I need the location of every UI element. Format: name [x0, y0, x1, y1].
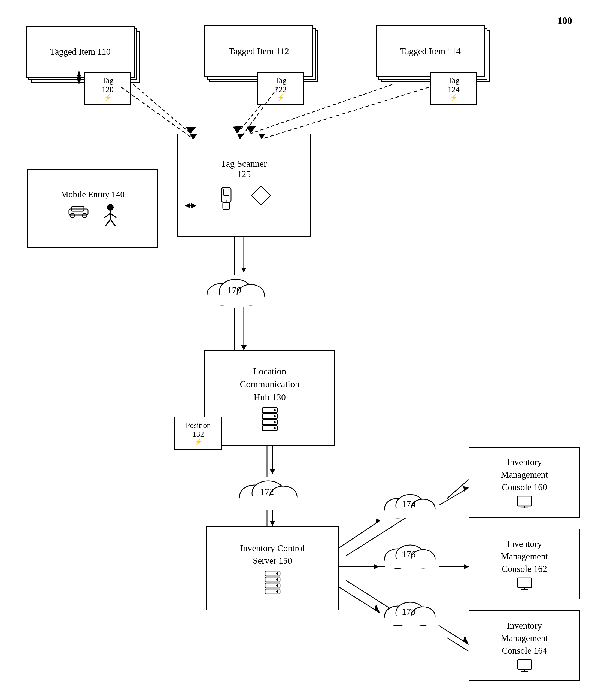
position-132: Position 132 ⚡	[174, 417, 222, 450]
svg-line-90	[121, 87, 193, 139]
rfid-icon	[250, 185, 272, 207]
tag-122-label: Tag	[275, 76, 286, 85]
svg-rect-40	[207, 295, 264, 305]
console-160: InventoryManagementConsole 160	[469, 447, 580, 518]
console-162-label: InventoryManagementConsole 162	[501, 537, 548, 575]
tag-124-label: Tag	[448, 76, 459, 85]
person-icon	[102, 204, 119, 228]
tag-120-num: 120	[102, 85, 114, 94]
svg-marker-112	[374, 564, 379, 570]
mobile-entity: Mobile Entity 140	[27, 169, 158, 248]
svg-point-61	[276, 591, 278, 593]
diagram: 100 Tagged Item 110 Tag 120 ⚡ Tagged Ite…	[0, 0, 613, 700]
cloud-174-label: 174	[402, 499, 416, 509]
svg-rect-34	[223, 203, 230, 209]
svg-line-0	[133, 85, 191, 133]
console-160-label: InventoryManagementConsole 160	[501, 456, 548, 494]
svg-point-47	[274, 415, 276, 417]
ref-number: 100	[558, 15, 572, 26]
svg-marker-102	[241, 345, 247, 350]
tag-122-num: 122	[275, 85, 287, 94]
mobile-entity-label: Mobile Entity 140	[61, 189, 125, 200]
svg-line-17	[447, 480, 469, 498]
svg-line-29	[110, 213, 116, 218]
cloud-172: 172	[233, 474, 301, 509]
svg-point-60	[276, 584, 278, 587]
svg-rect-80	[518, 660, 532, 670]
svg-rect-33	[224, 189, 229, 196]
svg-marker-3	[185, 127, 196, 133]
cloud-176: 176	[379, 538, 439, 571]
svg-rect-65	[385, 508, 435, 518]
svg-line-31	[110, 219, 115, 226]
svg-point-24	[70, 213, 74, 218]
tagged-item-112-label: Tagged Item 112	[229, 46, 289, 57]
tag-120-label: Tag	[102, 76, 113, 85]
svg-rect-53	[240, 496, 297, 507]
svg-line-107	[339, 520, 380, 548]
svg-line-28	[104, 213, 110, 218]
console-164: InventoryManagementConsole 164	[469, 610, 580, 681]
svg-point-58	[276, 572, 278, 575]
svg-marker-36	[251, 186, 271, 205]
position-num: 132	[193, 430, 204, 438]
monitor-icon-162	[517, 578, 532, 591]
svg-marker-114	[464, 564, 469, 570]
tagged-item-110-label: Tagged Item 110	[50, 46, 110, 58]
svg-rect-69	[385, 559, 435, 568]
server-icon	[260, 406, 280, 431]
inventory-server-label: Inventory ControlServer 150	[240, 542, 304, 567]
cloud-170-label: 170	[227, 285, 242, 295]
svg-marker-100	[241, 268, 247, 272]
svg-marker-5	[247, 126, 256, 133]
svg-marker-4	[233, 126, 243, 133]
cloud-174: 174	[379, 488, 439, 520]
car-icon	[66, 204, 91, 219]
svg-line-21	[447, 638, 469, 651]
tag-scanner: Tag Scanner 125	[177, 133, 311, 237]
svg-rect-74	[518, 496, 532, 506]
svg-marker-118	[463, 635, 469, 645]
scanner-icon	[216, 185, 236, 212]
svg-rect-73	[385, 616, 435, 625]
console-162: InventoryManagementConsole 162	[469, 529, 580, 599]
location-hub-label: LocationCommunicationHub 130	[240, 365, 299, 404]
console-164-label: InventoryManagementConsole 164	[501, 619, 548, 657]
svg-point-49	[274, 427, 276, 429]
server-icon-2	[262, 570, 283, 594]
svg-point-46	[274, 409, 276, 411]
location-hub: LocationCommunicationHub 130	[204, 350, 335, 445]
cloud-178-label: 178	[402, 607, 416, 617]
cloud-172-label: 172	[260, 487, 274, 497]
svg-point-25	[82, 213, 87, 218]
svg-point-59	[276, 579, 278, 581]
tag-120: Tag 120 ⚡	[84, 72, 131, 105]
svg-line-30	[105, 219, 110, 226]
svg-rect-77	[518, 578, 532, 588]
cloud-176-label: 176	[402, 549, 416, 560]
cloud-178: 178	[379, 595, 439, 628]
svg-point-26	[107, 204, 114, 211]
cloud-170: 170	[200, 272, 268, 308]
position-label: Position	[186, 421, 211, 430]
monitor-icon-164	[517, 659, 532, 672]
tagged-item-114-label: Tagged Item 114	[400, 46, 461, 57]
tag-122: Tag 122 ⚡	[258, 72, 304, 105]
svg-marker-110	[463, 486, 469, 492]
svg-marker-104	[270, 469, 275, 474]
svg-marker-106	[270, 521, 275, 526]
svg-line-109	[439, 488, 469, 505]
monitor-icon-160	[517, 496, 532, 509]
tag-124: Tag 124 ⚡	[430, 72, 477, 105]
tag-scanner-label: Tag Scanner 125	[221, 159, 267, 179]
svg-line-117	[439, 625, 469, 645]
svg-line-115	[339, 587, 380, 613]
svg-point-48	[274, 421, 276, 423]
tag-124-num: 124	[448, 85, 460, 94]
inventory-server: Inventory ControlServer 150	[206, 526, 339, 610]
